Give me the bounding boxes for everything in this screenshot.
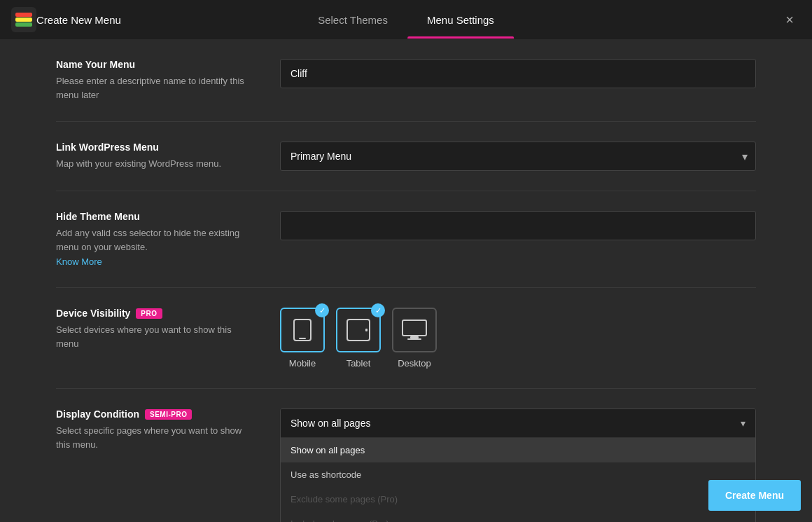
- device-icons-group: ✓ Mobile ✓: [280, 308, 756, 369]
- header-title: Create New Menu: [36, 14, 121, 26]
- header-tabs: Select Themes Menu Settings: [298, 1, 514, 39]
- main-content: Name Your Menu Please enter a descriptiv…: [0, 39, 812, 522]
- dropdown-option-exclude: Exclude some pages (Pro): [281, 487, 755, 511]
- section-hide-theme-label: Hide Theme Menu Add any valid css select…: [56, 211, 252, 268]
- link-wp-select-wrapper: Primary Menu Secondary Menu ▾: [280, 142, 756, 171]
- link-wp-select[interactable]: Primary Menu Secondary Menu: [280, 142, 756, 171]
- svg-rect-7: [365, 329, 368, 331]
- device-desktop-box: [392, 308, 437, 352]
- device-mobile-box: ✓: [280, 308, 325, 352]
- device-tablet-label: Tablet: [346, 358, 371, 369]
- header: Create New Menu Select Themes Menu Setti…: [0, 0, 812, 39]
- svg-rect-2: [15, 18, 32, 22]
- section-name-menu-content: [280, 59, 756, 88]
- dropdown-header[interactable]: Show on all pages ▾: [281, 409, 755, 438]
- display-condition-dropdown[interactable]: Show on all pages ▾ Show on all pages Us…: [280, 408, 756, 522]
- hide-theme-input[interactable]: [280, 211, 756, 240]
- check-icon-mobile: ✓: [315, 303, 329, 317]
- section-device-desc: Select devices where you want to show th…: [56, 323, 252, 350]
- semipro-badge: SEMI-PRO: [145, 409, 192, 420]
- section-hide-theme-title: Hide Theme Menu: [56, 211, 252, 222]
- section-name-menu-label: Name Your Menu Please enter a descriptiv…: [56, 59, 252, 102]
- section-link-wp-label: Link WordPress Menu Map with your existi…: [56, 142, 252, 171]
- close-button[interactable]: ×: [778, 8, 801, 31]
- check-icon-tablet: ✓: [371, 303, 385, 317]
- section-device-content: ✓ Mobile ✓: [280, 308, 756, 369]
- dropdown-selected-value: Show on all pages: [290, 418, 370, 429]
- svg-rect-4: [294, 320, 311, 341]
- svg-rect-9: [410, 336, 419, 338]
- section-device-label: Device Visibility PRO Select devices whe…: [56, 308, 252, 350]
- section-hide-theme-desc: Add any valid css selector to hide the e…: [56, 226, 252, 254]
- pro-badge: PRO: [136, 308, 162, 319]
- device-tablet[interactable]: ✓ Tablet: [336, 308, 381, 369]
- svg-rect-5: [299, 338, 306, 339]
- svg-rect-8: [402, 320, 426, 336]
- section-device-visibility: Device Visibility PRO Select devices whe…: [56, 288, 756, 389]
- device-tablet-box: ✓: [336, 308, 381, 352]
- svg-rect-10: [407, 338, 421, 340]
- section-name-menu: Name Your Menu Please enter a descriptiv…: [56, 39, 756, 122]
- section-display-title: Display Condition SEMI-PRO: [56, 408, 252, 420]
- menu-name-input[interactable]: [280, 59, 756, 88]
- section-display-desc: Select specific pages where you want to …: [56, 424, 252, 451]
- dropdown-option-include: Include only pages (Pro): [281, 511, 755, 522]
- device-mobile[interactable]: ✓ Mobile: [280, 308, 325, 369]
- section-display-label: Display Condition SEMI-PRO Select specif…: [56, 408, 252, 451]
- section-link-wp-content: Primary Menu Secondary Menu ▾: [280, 142, 756, 171]
- section-link-wp-menu: Link WordPress Menu Map with your existi…: [56, 122, 756, 191]
- device-mobile-label: Mobile: [289, 358, 316, 369]
- tab-select-themes[interactable]: Select Themes: [298, 1, 407, 39]
- section-display-content: Show on all pages ▾ Show on all pages Us…: [280, 408, 756, 522]
- dropdown-option-show-all[interactable]: Show on all pages: [281, 438, 755, 462]
- section-device-title: Device Visibility PRO: [56, 308, 252, 319]
- create-menu-button[interactable]: Create Menu: [708, 480, 801, 511]
- tab-menu-settings[interactable]: Menu Settings: [407, 1, 514, 39]
- svg-rect-1: [15, 13, 32, 17]
- dropdown-options-list: Show on all pages Use as shortcode Exclu…: [281, 438, 755, 522]
- section-name-menu-title: Name Your Menu: [56, 59, 252, 70]
- device-desktop-label: Desktop: [398, 358, 431, 369]
- section-display-condition: Display Condition SEMI-PRO Select specif…: [56, 389, 756, 522]
- section-link-wp-title: Link WordPress Menu: [56, 142, 252, 153]
- section-link-wp-desc: Map with your existing WordPress menu.: [56, 157, 252, 171]
- app-logo: [11, 7, 36, 32]
- dropdown-option-shortcode[interactable]: Use as shortcode: [281, 462, 755, 487]
- chevron-down-icon-display: ▾: [741, 418, 746, 429]
- know-more-link[interactable]: Know More: [56, 256, 102, 267]
- section-hide-theme-menu: Hide Theme Menu Add any valid css select…: [56, 191, 756, 288]
- device-desktop[interactable]: Desktop: [392, 308, 437, 369]
- svg-rect-3: [15, 22, 32, 27]
- section-hide-theme-content: [280, 211, 756, 240]
- section-name-menu-desc: Please enter a descriptive name to ident…: [56, 74, 252, 102]
